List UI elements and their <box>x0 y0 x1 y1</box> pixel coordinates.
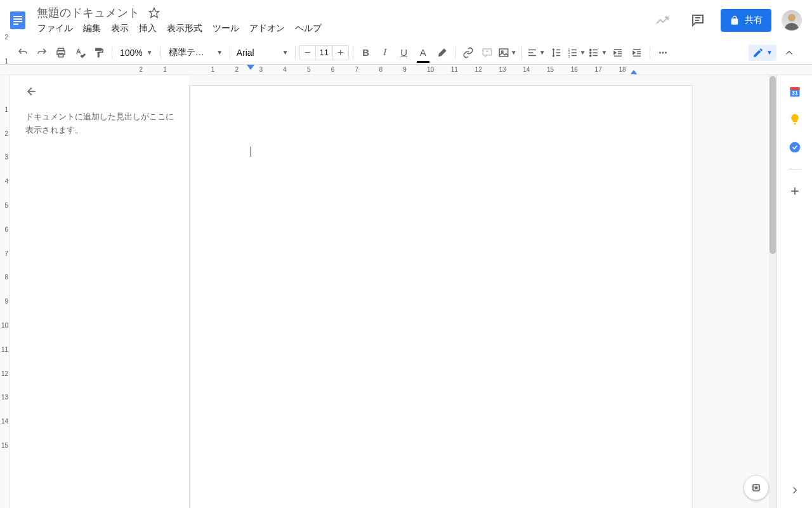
redo-icon[interactable] <box>34 44 50 61</box>
svg-text:3: 3 <box>568 54 570 58</box>
svg-point-31 <box>590 51 591 53</box>
svg-marker-48 <box>630 70 638 75</box>
svg-marker-5 <box>150 8 159 18</box>
outdent-icon[interactable] <box>610 44 626 61</box>
keep-icon[interactable] <box>789 113 801 126</box>
separator <box>160 46 161 59</box>
explore-button[interactable] <box>743 475 769 500</box>
style-select[interactable]: 標準テキス...▼ <box>165 47 226 58</box>
line-spacing-icon[interactable] <box>548 44 565 61</box>
share-button[interactable]: 共有 <box>721 9 771 32</box>
title-area: 無題のドキュメント ファイル 編集 表示 挿入 表示形式 ツール アドオン ヘル… <box>33 4 650 37</box>
separator <box>230 46 230 59</box>
font-select[interactable]: Arial▼ <box>234 48 291 58</box>
font-size-input[interactable] <box>315 46 333 60</box>
add-addon-icon[interactable] <box>789 185 801 197</box>
indent-icon[interactable] <box>629 44 645 61</box>
svg-point-46 <box>665 51 667 53</box>
menu-file[interactable]: ファイル <box>33 22 77 37</box>
header: 無題のドキュメント ファイル 編集 表示 挿入 表示形式 ツール アドオン ヘル… <box>0 0 812 41</box>
text-color-icon[interactable]: A <box>415 44 431 61</box>
menu-view[interactable]: 表示 <box>107 22 133 37</box>
menu-tools[interactable]: ツール <box>208 22 244 37</box>
svg-rect-3 <box>13 21 22 22</box>
outline-close-icon[interactable] <box>25 85 174 98</box>
canvas-area[interactable] <box>189 75 776 508</box>
svg-rect-4 <box>13 23 18 25</box>
separator <box>295 46 296 59</box>
svg-rect-2 <box>13 18 22 20</box>
svg-point-32 <box>590 55 591 56</box>
horizontal-ruler[interactable]: 21123456789101112131415161718 <box>0 65 812 75</box>
menu-insert[interactable]: 挿入 <box>134 22 161 37</box>
spellcheck-icon[interactable] <box>72 44 88 61</box>
svg-rect-1 <box>13 16 22 17</box>
link-icon[interactable] <box>460 44 476 61</box>
comments-icon[interactable] <box>685 8 710 33</box>
calendar-icon[interactable]: 31 <box>789 85 801 98</box>
svg-marker-47 <box>247 65 254 70</box>
image-icon[interactable]: ▼ <box>498 44 517 61</box>
svg-rect-16 <box>499 49 508 57</box>
docs-logo[interactable] <box>5 8 30 33</box>
svg-rect-0 <box>10 11 25 29</box>
main-area: 21123456789101112131415 ドキュメントに追加した見出しがこ… <box>0 75 812 508</box>
outline-empty-text: ドキュメントに追加した見出しがここに表示されます。 <box>25 110 174 137</box>
editing-mode-button[interactable]: ▼ <box>749 44 776 61</box>
side-panel-collapse-icon[interactable] <box>787 483 802 498</box>
text-cursor <box>251 147 251 157</box>
separator <box>455 46 455 59</box>
font-size-increase[interactable]: + <box>334 46 348 60</box>
account-avatar[interactable] <box>782 10 802 30</box>
svg-point-53 <box>789 142 800 153</box>
underline-icon[interactable]: U <box>396 44 412 61</box>
bullet-list-icon[interactable]: ▼ <box>588 44 607 61</box>
bold-icon[interactable]: B <box>358 44 374 61</box>
numbered-list-icon[interactable]: 123▼ <box>567 44 586 61</box>
font-size-decrease[interactable]: − <box>301 46 315 60</box>
scrollbar-vertical[interactable] <box>769 75 776 508</box>
separator <box>353 46 353 59</box>
star-icon[interactable] <box>148 7 160 18</box>
svg-point-9 <box>785 23 799 30</box>
undo-icon[interactable] <box>15 44 31 61</box>
print-icon[interactable] <box>53 44 69 61</box>
activity-icon[interactable] <box>650 8 675 33</box>
vertical-ruler[interactable]: 21123456789101112131415 <box>0 75 10 508</box>
separator <box>112 46 112 59</box>
menu-bar: ファイル 編集 表示 挿入 表示形式 ツール アドオン ヘルプ <box>33 22 650 37</box>
svg-text:31: 31 <box>792 90 798 96</box>
zoom-select[interactable]: 100%▼ <box>116 48 157 58</box>
more-icon[interactable] <box>655 44 671 61</box>
document-page[interactable] <box>189 85 693 508</box>
paint-format-icon[interactable] <box>91 44 107 61</box>
toolbar: 100%▼ 標準テキス...▼ Arial▼ − + B I U A ▼ ▼ 1… <box>0 41 812 65</box>
menu-edit[interactable]: 編集 <box>79 22 105 37</box>
collapse-icon[interactable] <box>781 44 797 61</box>
separator <box>521 46 522 59</box>
svg-point-30 <box>590 49 591 50</box>
outline-panel: ドキュメントに追加した見出しがここに表示されます。 <box>10 75 189 508</box>
svg-point-44 <box>659 51 661 53</box>
highlight-icon[interactable] <box>434 44 450 61</box>
svg-point-45 <box>662 51 664 53</box>
font-size-control: − + <box>299 45 349 60</box>
scrollbar-thumb[interactable] <box>769 76 776 254</box>
menu-format[interactable]: 表示形式 <box>162 22 207 37</box>
align-icon[interactable]: ▼ <box>527 44 546 61</box>
separator <box>650 46 650 59</box>
document-title[interactable]: 無題のドキュメント <box>33 4 143 22</box>
svg-point-8 <box>788 14 796 22</box>
italic-icon[interactable]: I <box>377 44 393 61</box>
tasks-icon[interactable] <box>789 141 801 154</box>
comment-icon[interactable] <box>479 44 495 61</box>
side-panel: 31 <box>776 75 812 508</box>
side-divider <box>789 169 801 170</box>
share-label: 共有 <box>745 15 763 26</box>
menu-help[interactable]: ヘルプ <box>291 22 326 37</box>
menu-addons[interactable]: アドオン <box>245 22 289 37</box>
